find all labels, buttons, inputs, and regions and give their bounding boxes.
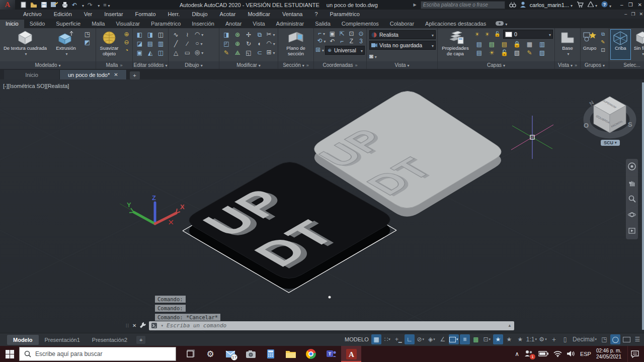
undo-icon[interactable]: ↶ <box>72 2 77 9</box>
app-store-cart-icon[interactable] <box>577 2 584 9</box>
ucs-world-icon[interactable]: ⊞ <box>315 46 324 54</box>
menu-parametrico[interactable]: Paramétrico <box>324 10 366 19</box>
panel-vista-base-label[interactable]: Vista <box>558 62 569 68</box>
panel-modelado-label[interactable]: Modelado <box>35 62 57 68</box>
section-plane-button[interactable]: Plano de sección <box>280 30 311 56</box>
clean-screen-icon[interactable] <box>621 334 631 344</box>
offset-icon[interactable]: ⊂ <box>254 49 265 56</box>
pan-hand-icon[interactable] <box>628 179 636 189</box>
autocad-taskbar-icon[interactable]: A <box>341 346 361 362</box>
mirror-icon[interactable]: ◐ <box>254 40 265 47</box>
ribbon-tab-parametrico[interactable]: Paramétrico <box>145 20 186 28</box>
viewcube[interactable]: O S N SUPERIOR IZQUIERDA FRONTAL <box>584 97 633 135</box>
culling-button[interactable]: Criba <box>611 30 630 59</box>
show-motion-icon[interactable] <box>628 227 635 236</box>
model-canvas[interactable]: UP UP DT DT UP UP DT <box>0 79 644 333</box>
grid-toggle[interactable]: ▦ <box>371 334 381 344</box>
mesh-crease-icon[interactable]: ◔ <box>122 47 131 54</box>
trim-icon[interactable]: ✂ <box>265 31 276 39</box>
layer-walk-icon[interactable]: ✎ <box>523 49 536 56</box>
fillet-icon[interactable]: ◠ <box>265 40 276 48</box>
xline-icon[interactable]: ∕ <box>182 40 193 47</box>
erase-icon[interactable]: ✎ <box>221 49 232 56</box>
layer-lock2-icon[interactable]: 🔒 <box>511 41 523 48</box>
open-folder-icon[interactable] <box>30 2 37 8</box>
panel-malla-label[interactable]: Malla <box>106 62 118 68</box>
tray-teams-icon[interactable]: 1 <box>524 349 533 358</box>
ucs-origin-icon[interactable]: ⊙ <box>356 30 366 37</box>
menu-herramientas[interactable]: Herr. <box>162 10 186 19</box>
command-bar-close-icon[interactable]: ✕ <box>132 323 136 328</box>
search-expand-icon[interactable]: ▶ <box>414 3 417 7</box>
workspace-switching-gear-icon[interactable]: ⚙▾ <box>538 334 548 344</box>
drawing-viewport[interactable]: UP UP DT DT UP UP DT <box>0 79 644 333</box>
volume-icon[interactable] <box>567 350 575 358</box>
ribbon-tab-administrar[interactable]: Administrar <box>271 20 310 28</box>
ribbon-tab-superficie[interactable]: Superficie <box>50 20 86 28</box>
panel-seleccion-label[interactable]: Selec... <box>623 62 640 68</box>
layer-unisolate-icon[interactable]: ▤ <box>486 41 498 48</box>
layer-properties-button[interactable]: Propiedades de capa <box>439 30 471 56</box>
menu-ventana[interactable]: Ventana <box>276 10 308 19</box>
file-tab-start[interactable]: Inicio <box>4 70 60 79</box>
3d-rotate-icon[interactable]: ⊕ <box>232 40 243 47</box>
minimize-button[interactable]: – <box>620 2 623 8</box>
ribbon-tab-inicio[interactable]: Inicio <box>0 20 24 28</box>
infer-constraints-toggle[interactable]: +‗ <box>393 334 404 344</box>
orbit-icon[interactable] <box>628 211 636 220</box>
base-view-button[interactable]: Base <box>556 30 579 57</box>
arc-icon[interactable]: ◠ <box>193 31 205 39</box>
transparency-toggle[interactable]: ▩ <box>471 334 481 344</box>
ucs-combo[interactable]: ⊕ Universal <box>325 46 365 55</box>
circle-icon[interactable]: ○ <box>193 40 205 48</box>
visual-style-combo[interactable]: Realista <box>369 30 436 39</box>
panel-capas-label[interactable]: Capas <box>487 62 502 68</box>
command-expand-icon[interactable]: ▲ <box>508 323 512 328</box>
layer-current-icon[interactable]: ▧ <box>511 49 523 56</box>
panel-grupos-label[interactable]: Grupos <box>585 62 601 68</box>
customization-menu-icon[interactable]: ☰ <box>632 334 642 344</box>
command-customize-wrench-icon[interactable] <box>139 321 146 330</box>
ribbon-tab-malla[interactable]: Malla <box>86 20 110 28</box>
lineweight-toggle[interactable]: ≡ <box>460 334 470 344</box>
undo-dropdown-icon[interactable] <box>80 2 84 8</box>
settings-taskbar-icon[interactable]: ⚙ <box>200 346 220 362</box>
new-layout-button[interactable]: + <box>136 336 145 344</box>
polar-tracking-toggle[interactable]: ⊘▾ <box>416 334 426 344</box>
panel-modificar-label[interactable]: Modificar <box>236 62 257 68</box>
signed-in-user[interactable]: carlos_marin1... <box>530 2 573 8</box>
new-file-icon[interactable] <box>20 2 27 8</box>
new-drawing-tab-button[interactable]: + <box>130 71 140 79</box>
move3d-icon[interactable]: ◨ <box>221 31 232 38</box>
units-icon[interactable]: ▯ <box>560 334 570 344</box>
layer-isolate-icon[interactable]: ▤ <box>473 41 486 48</box>
model-space-label[interactable]: MODELO <box>345 336 369 342</box>
ribbon-tab-insercion[interactable]: Inserción <box>186 20 220 28</box>
task-view-button[interactable] <box>180 346 200 362</box>
ribbon-tab-solido[interactable]: Sólido <box>24 20 51 28</box>
ucs-x-icon[interactable]: ⌐ <box>337 38 347 45</box>
viewport-scrollbar[interactable] <box>642 82 644 330</box>
chrome-taskbar-icon[interactable] <box>301 346 321 362</box>
ribbon-tab-anotar[interactable]: Anotar <box>220 20 247 28</box>
menu-formato[interactable]: Formato <box>129 10 162 19</box>
group-button[interactable]: Grupo <box>582 30 597 51</box>
units-value[interactable]: Decimal▾ <box>571 334 598 344</box>
3d-scale-icon[interactable]: ⟁ <box>232 49 243 56</box>
doc-minimize-button[interactable]: – <box>624 12 627 17</box>
filter-button[interactable]: Sin filtro <box>632 30 644 57</box>
array-icon[interactable]: ⊞ <box>265 49 276 57</box>
panel-dibujo-dropdown-icon[interactable] <box>199 62 203 68</box>
annotation-scale-value[interactable]: 1:1▾ <box>526 334 537 344</box>
ucs-object-icon[interactable]: ⇱ <box>337 30 347 37</box>
ucs-3point-icon[interactable]: 3 <box>356 38 366 45</box>
menu-ayuda[interactable]: ? <box>308 10 324 19</box>
ribbon-tab-vista[interactable]: Vista <box>247 20 270 28</box>
filter-dropdown-icon[interactable] <box>640 51 644 57</box>
camera-taskbar-icon[interactable] <box>240 346 261 362</box>
box-dropdown-icon[interactable] <box>23 51 27 57</box>
viewport-config-icon[interactable]: ◙ <box>369 52 377 60</box>
file-tab-document[interactable]: un poco de todo* ✕ <box>60 70 127 79</box>
viewport-controls-label[interactable]: [-][Isométrica SO][Realista] <box>3 83 69 89</box>
file-explorer-taskbar-icon[interactable] <box>281 346 301 362</box>
